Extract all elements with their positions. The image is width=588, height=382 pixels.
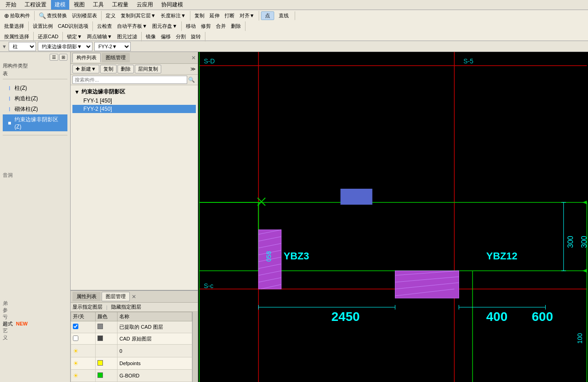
btn-grid-view[interactable]: ⊞ <box>59 54 67 61</box>
layer-color-2 <box>95 333 118 345</box>
layer-name-5[interactable]: G-BORD <box>118 369 192 382</box>
tree-item-fyy2[interactable]: FYY-2 [450] <box>72 105 196 113</box>
btn-split[interactable]: 分割 <box>174 32 188 41</box>
btn-attr-select[interactable]: 按属性选择 <box>2 32 31 41</box>
tab-component-list[interactable]: 构件列表 <box>72 53 101 62</box>
layer-check-4[interactable]: ☀ <box>71 357 96 369</box>
btn-rotate[interactable]: 旋转 <box>189 32 203 41</box>
layers-panel-close[interactable]: ✕ <box>132 294 136 300</box>
menu-collab[interactable]: 协同建模 <box>158 0 187 10</box>
tab-properties[interactable]: 属性列表 <box>72 292 101 301</box>
btn-restore-cad[interactable]: 还原CAD <box>36 32 61 41</box>
toolbar-modify-group2: 移动 修剪 合并 删除 <box>184 21 245 31</box>
extra-label-sound: 音洞 <box>3 172 67 179</box>
menu-project-settings[interactable]: 工程设置 <box>21 0 50 10</box>
btn-find-replace[interactable]: 🔍 查找替换 <box>36 11 69 21</box>
btn-set-scale[interactable]: 设置比例 <box>31 21 55 31</box>
tree-group-label: 约束边缘非阴影区 <box>82 88 125 96</box>
layer-name-2[interactable]: CAD 原始图层 <box>118 333 192 345</box>
btn-move[interactable]: 移动 <box>184 21 198 31</box>
btn-delete-comp[interactable]: 删除 <box>118 65 134 73</box>
tree-item-fyy1[interactable]: FYY-1 [450] <box>72 97 196 105</box>
btn-cad-options[interactable]: CAD识别选项 <box>56 21 91 31</box>
layer-row: CAD 原始图层 <box>71 333 192 345</box>
btn-offset[interactable]: 偏移 <box>159 32 173 41</box>
btn-mirror[interactable]: 镜像 <box>143 32 158 41</box>
toolbar-cad-group2: 设置比例 CAD识别选项 <box>31 21 93 31</box>
btn-extend[interactable]: 延伸 <box>207 11 222 21</box>
btn-cloud-check[interactable]: 云检查 <box>95 21 114 31</box>
toolbar-select-group: ⊕ 拾取构件 <box>2 11 35 21</box>
struct-col-icon: I <box>6 96 13 102</box>
btn-show-layer[interactable]: 显示指定图层 <box>72 304 102 310</box>
btn-length-mark[interactable]: 长度标注▼ <box>159 11 188 21</box>
btn-delete[interactable]: 删除 <box>229 21 243 31</box>
layer-check-3[interactable]: ☀ <box>71 345 96 357</box>
btn-more[interactable]: ≫ <box>190 66 196 72</box>
btn-batch-select[interactable]: 批量选择 <box>2 21 26 31</box>
btn-new[interactable]: ✚ 新建▼ <box>72 65 99 73</box>
menu-view[interactable]: 视图 <box>70 0 88 10</box>
btn-hide-layer[interactable]: 隐藏指定图层 <box>111 304 141 310</box>
btn-align[interactable]: 对齐▼ <box>237 11 257 21</box>
menu-tools[interactable]: 工具 <box>89 0 107 10</box>
layer-color-1 <box>95 321 118 333</box>
menu-build[interactable]: 建模 <box>51 0 69 10</box>
comp-type-structural-column[interactable]: I 构造柱(Z) <box>3 93 67 104</box>
btn-lock[interactable]: 锁定▼ <box>65 32 84 41</box>
layer-color-3 <box>95 345 118 357</box>
btn-list-view[interactable]: ☰ <box>50 54 58 61</box>
toolbar-select-group2: 批量选择 <box>2 21 29 31</box>
layer-name-4[interactable]: Defpoints <box>118 357 192 369</box>
btn-elem-filter[interactable]: 图元过滤 <box>115 32 139 41</box>
layers-scrollbar[interactable] <box>192 312 198 382</box>
select-col-type[interactable]: 柱 <box>9 42 36 51</box>
toolbar: ⊕ 拾取构件 🔍 查找替换 识别楼层表 定义 复制到其它层▼ 长度标注▼ <box>0 10 588 41</box>
menu-quantities[interactable]: 工程量 <box>108 0 132 10</box>
btn-copy-comp[interactable]: 复制 <box>100 65 117 73</box>
main-content: ☰ ⊞ 用构件类型 表 I 柱(Z) I 构造柱(Z) I 砌体柱(Z) ■ 约… <box>0 52 588 382</box>
select-constraint-type[interactable]: 约束边缘非阴影▼ <box>38 42 92 51</box>
col-color: 颜色 <box>95 312 118 321</box>
comp-type-column[interactable]: I 柱(Z) <box>3 83 67 93</box>
comp-type-masonry-column[interactable]: I 砌体柱(Z) <box>3 104 67 114</box>
btn-line[interactable]: 直线 <box>275 11 293 20</box>
tree-collapse-icon: ▼ <box>74 89 80 95</box>
layers-panel-tabs: 属性列表 图层管理 <box>72 292 130 301</box>
select-component[interactable]: FYY-2▼ <box>94 42 131 51</box>
menu-start[interactable]: 开始 <box>2 0 20 10</box>
btn-aux-axis[interactable]: 两点辅轴▼ <box>85 32 114 41</box>
layer-name-3[interactable]: 0 <box>118 345 192 357</box>
tab-layer-mgmt[interactable]: 图层管理 <box>102 292 130 301</box>
tab-drawing-mgmt[interactable]: 图纸管理 <box>102 53 130 62</box>
layer-check-2[interactable] <box>71 333 96 345</box>
layer-check-1[interactable] <box>71 321 96 333</box>
btn-auto-level[interactable]: 自动平齐板▼ <box>115 21 149 31</box>
layer-check-5[interactable]: ☀ <box>71 369 96 382</box>
layers-table-container: 开/关 颜色 名称 已提取的 CAD 图层 <box>71 312 198 382</box>
menu-bar: 开始 工程设置 建模 视图 工具 工程量 云应用 协同建模 <box>0 0 588 10</box>
btn-merge[interactable]: 合并 <box>214 21 228 31</box>
component-search-input[interactable] <box>72 76 187 84</box>
btn-trim[interactable]: 修剪 <box>199 21 213 31</box>
col-on-off: 开/关 <box>71 312 96 321</box>
component-panel-close[interactable]: ✕ <box>191 55 196 61</box>
menu-cloud[interactable]: 云应用 <box>133 0 157 10</box>
layer-row: 已提取的 CAD 图层 <box>71 321 192 333</box>
comp-type-constraint-shadow[interactable]: ■ 约束边缘非阴影区(Z) <box>3 114 67 131</box>
cad-canvas[interactable]: S-D S-5 S-c YBZ3 YBZ12 058 2450 400 600 … <box>198 52 588 382</box>
btn-copy[interactable]: 复制 <box>192 11 207 21</box>
btn-identify-floor[interactable]: 识别楼层表 <box>70 11 99 21</box>
btn-save-element[interactable]: 图元存盘▼ <box>150 21 179 31</box>
label-table: 表 <box>3 70 67 77</box>
toolbar-modify-group3: 镜像 偏移 分割 旋转 <box>143 32 205 41</box>
btn-pick-component[interactable]: ⊕ 拾取构件 <box>2 11 32 21</box>
btn-point[interactable]: 点 <box>261 11 274 20</box>
layer-name-1[interactable]: 已提取的 CAD 图层 <box>118 321 192 333</box>
btn-floor-copy[interactable]: 层间复制 <box>135 65 161 73</box>
search-icon-btn[interactable]: 🔍 <box>187 77 196 83</box>
btn-break[interactable]: 打断 <box>222 11 237 21</box>
tree-group-header[interactable]: ▼ 约束边缘非阴影区 <box>72 87 196 97</box>
btn-define[interactable]: 定义 <box>103 11 118 21</box>
btn-copy-layer[interactable]: 复制到其它层▼ <box>118 11 158 21</box>
